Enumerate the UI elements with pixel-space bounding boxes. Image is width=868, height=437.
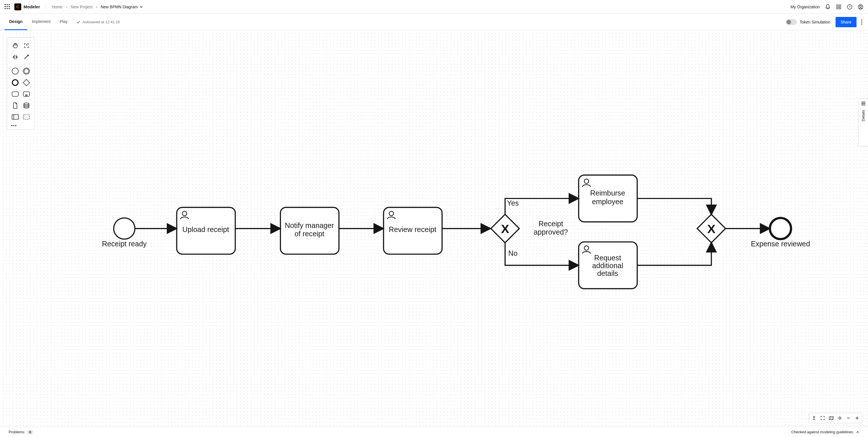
status-footer: Problems 0 Checked against modeling guid…: [0, 427, 868, 437]
task4-label-l2: employee: [592, 198, 623, 206]
gateway-label-l1: Receipt: [538, 220, 563, 228]
task2-label-l2: of receipt: [294, 230, 324, 238]
task1-label: Upload receipt: [182, 225, 229, 233]
problems-count-badge: 0: [27, 430, 33, 434]
breadcrumb-diagram-label: New BPMN Diagram: [101, 5, 138, 9]
app-logo: C: [14, 3, 21, 10]
zoom-controls: [809, 413, 862, 423]
task3-label: Review receipt: [389, 225, 436, 233]
breadcrumb: Home › New Project › New BPMN Diagram: [52, 5, 143, 9]
task5-label-l1: Request: [594, 254, 621, 262]
details-panel[interactable]: Details: [858, 99, 868, 146]
main-header: C Modeler Home › New Project › New BPMN …: [0, 0, 868, 14]
user-avatar-icon[interactable]: [858, 4, 863, 10]
svg-point-29: [813, 416, 815, 418]
svg-point-8: [860, 5, 861, 7]
token-simulation-toggle[interactable]: [786, 19, 797, 25]
gateway-label-l2: approved?: [534, 228, 568, 236]
align-to-origin-icon[interactable]: [810, 415, 818, 421]
task5-label-l3: details: [597, 269, 618, 277]
org-icon[interactable]: [836, 4, 842, 10]
problems-label: Problems: [9, 430, 24, 434]
minimap-icon[interactable]: [828, 415, 835, 421]
yes-label: Yes: [507, 199, 519, 207]
svg-rect-4: [839, 7, 840, 8]
chevron-up-icon: [856, 430, 859, 434]
token-simulation-label: Token Simulation: [800, 20, 830, 24]
task5-label-l2: additional: [592, 262, 623, 270]
breadcrumb-diagram[interactable]: New BPMN Diagram: [101, 5, 143, 9]
organization-name[interactable]: My Organization: [790, 5, 820, 9]
svg-rect-3: [838, 7, 838, 8]
chevron-down-icon: [140, 5, 143, 9]
svg-rect-0: [837, 5, 841, 9]
breadcrumb-home[interactable]: Home: [52, 5, 63, 9]
app-title: Modeler: [24, 4, 40, 9]
flow[interactable]: [637, 243, 711, 266]
svg-text:X: X: [501, 222, 509, 236]
task4-label-l1: Reimburse: [590, 189, 625, 197]
chevron-right-icon: ›: [66, 5, 67, 9]
help-icon[interactable]: ?: [847, 4, 852, 10]
zoom-out-icon[interactable]: [845, 415, 852, 421]
reset-zoom-icon[interactable]: [836, 415, 844, 421]
svg-text:X: X: [707, 222, 716, 236]
divider: [46, 4, 46, 10]
bpmn-canvas[interactable]: Receipt ready Upload receipt Notify mana…: [0, 30, 868, 427]
chevron-right-icon: ›: [96, 5, 97, 9]
details-label: Details: [861, 110, 865, 121]
breadcrumb-project[interactable]: New Project: [71, 5, 92, 9]
svg-point-30: [839, 417, 841, 419]
end-event[interactable]: [770, 218, 791, 239]
gateway-decision[interactable]: X: [491, 214, 519, 243]
start-event[interactable]: [114, 218, 135, 239]
gateway-merge[interactable]: X: [697, 214, 725, 243]
tab-play[interactable]: Play: [55, 14, 72, 30]
share-button[interactable]: Share: [836, 17, 857, 27]
no-label: No: [508, 249, 518, 257]
task2-label-l1: Notify manager: [285, 222, 334, 229]
token-simulation-toggle-wrap: Token Simulation: [786, 19, 830, 25]
tab-implement[interactable]: Implement: [27, 14, 55, 30]
svg-rect-1: [838, 6, 838, 7]
guidelines-panel-toggle[interactable]: Checked against modeling guidelines: [792, 430, 859, 434]
mode-tabs: Design Implement Play: [5, 14, 72, 30]
check-icon: [76, 20, 81, 24]
tab-design[interactable]: Design: [5, 14, 27, 30]
details-toggle-icon[interactable]: [861, 102, 865, 105]
autosave-text: Autosaved at 12:41:16: [82, 20, 120, 24]
end-event-label: Expense reviewed: [751, 240, 810, 248]
start-event-label: Receipt ready: [102, 240, 147, 248]
more-actions-icon[interactable]: [860, 19, 863, 26]
header-actions: My Organization ?: [790, 4, 863, 10]
flow[interactable]: [637, 198, 711, 214]
autosave-status: Autosaved at 12:41:16: [76, 20, 120, 24]
guidelines-label: Checked against modeling guidelines: [792, 430, 853, 434]
problems-panel-toggle[interactable]: Problems 0: [9, 430, 33, 434]
zoom-in-icon[interactable]: [854, 415, 861, 421]
mode-bar: Design Implement Play Autosaved at 12:41…: [0, 14, 868, 30]
notification-icon[interactable]: [825, 4, 831, 10]
canvas-workspace[interactable]: Receipt ready Upload receipt Notify mana…: [0, 30, 868, 427]
svg-text:?: ?: [849, 5, 850, 9]
fullscreen-icon[interactable]: [819, 415, 826, 421]
apps-switcher-icon[interactable]: [5, 4, 10, 10]
svg-rect-2: [839, 6, 840, 7]
